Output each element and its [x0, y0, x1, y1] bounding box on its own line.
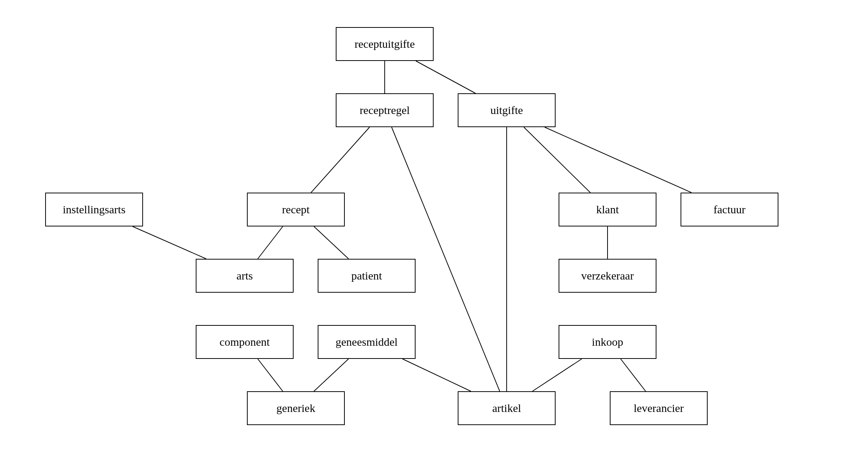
node-factuur: factuur — [681, 193, 778, 226]
node-leverancier: leverancier — [610, 391, 708, 425]
node-label: leverancier — [633, 402, 684, 415]
node-label: patient — [351, 269, 382, 282]
node-klant: klant — [559, 193, 656, 226]
node-receptuitgifte: receptuitgifte — [336, 27, 434, 61]
node-label: instellingsarts — [63, 203, 126, 216]
node-patient: patient — [318, 259, 416, 293]
edge-instellingsarts-arts — [132, 226, 206, 259]
node-label: uitgifte — [490, 104, 523, 117]
node-label: geneesmiddel — [336, 336, 398, 348]
node-label: generiek — [276, 402, 315, 415]
diagram-edges — [0, 0, 868, 474]
edge-component-generiek — [258, 359, 283, 391]
node-label: factuur — [714, 203, 746, 216]
diagram-canvas: receptuitgifte receptregel uitgifte inst… — [0, 0, 868, 474]
edge-inkoop-leverancier — [621, 359, 646, 391]
node-label: verzekeraar — [581, 269, 634, 282]
edge-receptregel-recept — [311, 127, 370, 193]
edge-geneesmiddel-artikel — [402, 359, 471, 391]
node-geneesmiddel: geneesmiddel — [318, 325, 416, 359]
edge-recept-arts — [258, 226, 283, 259]
edge-inkoop-artikel — [533, 359, 582, 391]
edge-geneesmiddel-generiek — [314, 359, 349, 391]
node-label: component — [219, 336, 270, 348]
node-label: inkoop — [592, 336, 623, 348]
node-label: klant — [596, 203, 619, 216]
node-arts: arts — [196, 259, 294, 293]
edge-recept-patient — [314, 226, 349, 259]
node-label: receptregel — [359, 104, 410, 117]
node-instellingsarts: instellingsarts — [45, 193, 143, 226]
node-recept: recept — [247, 193, 345, 226]
edge-uitgifte-klant — [524, 127, 591, 193]
node-component: component — [196, 325, 294, 359]
node-uitgifte: uitgifte — [458, 93, 556, 127]
node-label: recept — [282, 203, 309, 216]
edge-receptuitgifte-uitgifte — [416, 61, 475, 93]
node-label: artikel — [492, 402, 521, 415]
node-inkoop: inkoop — [559, 325, 656, 359]
node-artikel: artikel — [458, 391, 556, 425]
node-generiek: generiek — [247, 391, 345, 425]
node-label: receptuitgifte — [355, 38, 415, 50]
node-label: arts — [236, 269, 253, 282]
node-verzekeraar: verzekeraar — [559, 259, 656, 293]
node-receptregel: receptregel — [336, 93, 434, 127]
edge-uitgifte-factuur — [545, 127, 691, 193]
